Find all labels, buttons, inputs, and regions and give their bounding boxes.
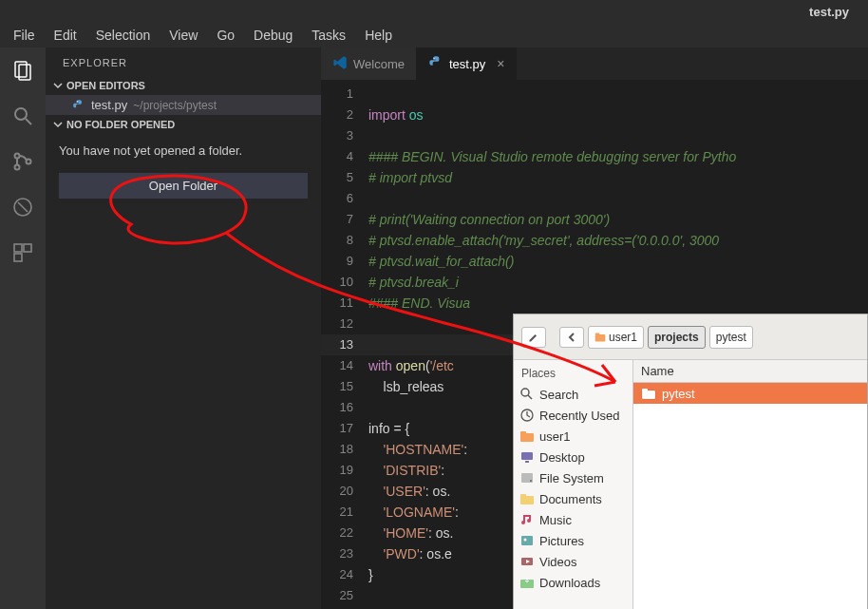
list-header-name[interactable]: Name (633, 360, 867, 383)
svg-point-24 (530, 480, 532, 482)
place-search[interactable]: Search (514, 384, 632, 405)
code-text[interactable]: } (368, 564, 373, 585)
menubar: FileEditSelectionViewGoDebugTasksHelp (0, 23, 868, 48)
search-icon (519, 387, 535, 402)
menu-view[interactable]: View (160, 25, 207, 46)
menu-debug[interactable]: Debug (244, 25, 302, 46)
code-text[interactable]: import os (368, 105, 424, 125)
line-number: 4 (321, 146, 368, 167)
code-text[interactable] (368, 125, 372, 146)
code-text[interactable] (368, 314, 372, 334)
place-pictures[interactable]: Pictures (514, 530, 632, 551)
open-editors-header[interactable]: OPEN EDITORS (46, 76, 321, 95)
open-editor-item[interactable]: test.py ~/projects/pytest (46, 95, 321, 115)
code-line[interactable]: 3 (321, 125, 868, 146)
line-number: 7 (321, 209, 368, 230)
explorer-icon[interactable] (9, 57, 36, 84)
list-item[interactable]: pytest (633, 383, 867, 404)
line-number: 8 (321, 230, 368, 251)
code-line[interactable]: 4#### BEGIN. Visual Studio remote debugg… (321, 146, 868, 167)
code-text[interactable]: # ptvsd.break_i (368, 272, 459, 293)
code-text[interactable]: 'PWD': os.e (368, 543, 452, 564)
code-text[interactable]: with open('/etc (368, 355, 454, 376)
back-button[interactable] (559, 327, 584, 348)
code-line[interactable]: 5# import ptvsd (321, 167, 868, 188)
line-number: 15 (321, 376, 368, 397)
code-text[interactable]: # import ptvsd (368, 167, 452, 188)
disk-icon (519, 470, 535, 485)
svg-point-6 (27, 160, 31, 164)
code-text[interactable]: 'HOSTNAME': (368, 439, 467, 460)
code-text[interactable] (368, 188, 372, 209)
code-text[interactable]: #### BEGIN. Visual Studio remote debuggi… (368, 146, 736, 167)
recent-icon (519, 408, 535, 423)
code-line[interactable]: 9# ptvsd.wait_for_attach() (321, 251, 868, 272)
window-titlebar: test.py (0, 0, 868, 23)
crumb-user1[interactable]: user1 (588, 326, 644, 349)
svg-line-3 (26, 119, 31, 124)
extensions-icon[interactable] (9, 239, 36, 266)
svg-rect-20 (520, 431, 526, 434)
line-number: 23 (321, 543, 368, 564)
line-number: 2 (321, 105, 368, 125)
code-line[interactable]: 8# ptvsd.enable_attach('my_secret', addr… (321, 230, 868, 251)
code-text[interactable]: 'DISTRIB': (368, 460, 448, 481)
open-editor-filename: test.py (91, 98, 127, 112)
place-file-system[interactable]: File System (514, 467, 632, 488)
code-text[interactable]: # ptvsd.wait_for_attach() (368, 251, 514, 272)
place-documents[interactable]: Documents (514, 488, 632, 509)
menu-help[interactable]: Help (355, 25, 402, 46)
debug-icon[interactable] (9, 194, 36, 220)
code-text[interactable] (368, 585, 372, 606)
code-text[interactable] (368, 84, 372, 105)
menu-file[interactable]: File (4, 25, 45, 46)
place-recently-used[interactable]: Recently Used (514, 405, 632, 426)
code-line[interactable]: 11#### END. Visua (321, 293, 868, 314)
place-desktop[interactable]: Desktop (514, 447, 632, 467)
line-number: 1 (321, 84, 368, 105)
code-line[interactable]: 7# print('Waiting connection on port 300… (321, 209, 868, 230)
crumb-projects[interactable]: projects (648, 326, 706, 349)
place-user1[interactable]: user1 (514, 426, 632, 447)
crumb-pytest[interactable]: pytest (709, 326, 753, 349)
svg-rect-10 (24, 244, 31, 252)
code-line[interactable]: 6 (321, 188, 868, 209)
svg-rect-31 (642, 390, 655, 399)
explorer-sidebar: EXPLORER OPEN EDITORS test.py ~/projects… (46, 48, 321, 609)
line-number: 9 (321, 251, 368, 272)
menu-edit[interactable]: Edit (45, 25, 86, 46)
code-text[interactable] (368, 334, 372, 355)
code-text[interactable]: # print('Waiting connection on port 3000… (368, 209, 610, 230)
svg-point-13 (433, 57, 434, 58)
place-music[interactable]: Music (514, 509, 632, 530)
svg-point-28 (524, 539, 527, 542)
code-line[interactable]: 2import os (321, 105, 868, 125)
no-folder-header[interactable]: NO FOLDER OPENED (46, 115, 321, 134)
menu-tasks[interactable]: Tasks (302, 25, 355, 46)
svg-rect-14 (595, 334, 606, 342)
edit-path-button[interactable] (521, 327, 546, 348)
code-text[interactable]: 'LOGNAME': (368, 502, 462, 523)
code-text[interactable]: 'USER': os. (368, 481, 450, 502)
tab-testpy[interactable]: test.py × (417, 48, 517, 80)
code-text[interactable]: # ptvsd.enable_attach('my_secret', addre… (368, 230, 719, 251)
code-text[interactable]: lsb_releas (368, 376, 443, 397)
code-text[interactable]: #### END. Visua (368, 293, 470, 314)
code-text[interactable] (368, 397, 372, 418)
desktop-icon (519, 449, 535, 465)
place-downloads[interactable]: Downloads (514, 572, 632, 593)
window-title: test.py (809, 5, 849, 19)
search-icon[interactable] (9, 103, 36, 129)
tab-welcome[interactable]: Welcome (321, 48, 417, 80)
source-control-icon[interactable] (9, 148, 36, 175)
code-line[interactable]: 10# ptvsd.break_i (321, 272, 868, 293)
open-folder-button[interactable]: Open Folder (59, 173, 308, 199)
close-icon[interactable]: × (491, 56, 504, 71)
svg-rect-19 (520, 433, 534, 442)
code-text[interactable]: info = { (368, 418, 409, 439)
code-line[interactable]: 1 (321, 84, 868, 105)
place-videos[interactable]: Videos (514, 551, 632, 572)
code-text[interactable]: 'HOME': os. (368, 523, 453, 543)
menu-selection[interactable]: Selection (86, 25, 160, 46)
menu-go[interactable]: Go (207, 25, 244, 46)
